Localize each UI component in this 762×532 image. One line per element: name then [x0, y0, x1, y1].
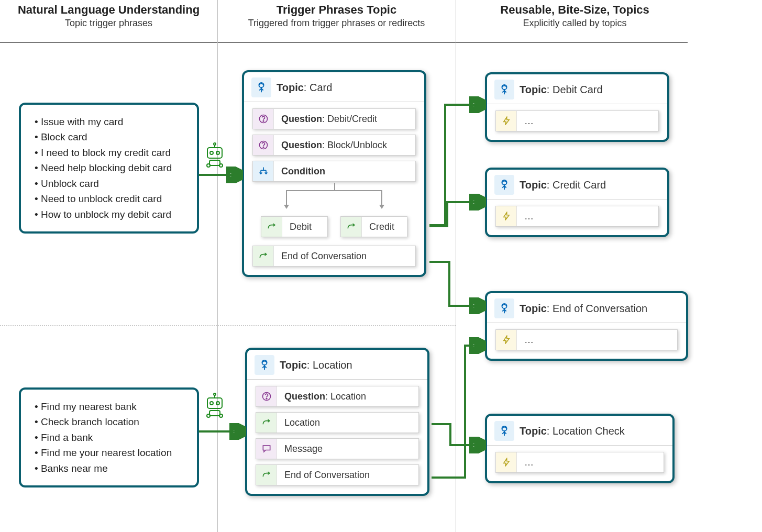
node-flash: …	[495, 206, 659, 227]
topic-title: Topic: Debit Card	[520, 84, 603, 96]
node-flash: …	[495, 452, 664, 473]
node-redirect-eoc: End of Conversation	[256, 464, 419, 485]
svg-marker-53	[503, 459, 509, 467]
redirect-icon	[253, 246, 274, 266]
topic-card-location-check: Topic: Location Check …	[485, 414, 675, 483]
node-redirect-eoc: End of Conversation	[252, 246, 416, 267]
flash-icon	[496, 111, 517, 131]
svg-point-6	[207, 164, 210, 167]
col2-header: Trigger Phrases Topic Triggered from tri…	[217, 3, 456, 29]
phrase-item: Banks near me	[35, 461, 185, 476]
redirect-icon	[256, 465, 277, 485]
col2-title: Trigger Phrases Topic	[217, 3, 456, 17]
phrase-item: Find a bank	[35, 430, 185, 445]
bot-icon	[202, 142, 227, 168]
node-redirect-debit: Debit	[261, 216, 328, 237]
phrase-item: Check branch location	[35, 414, 185, 429]
node-message: Message	[256, 438, 419, 459]
node-question-debit-credit: Question: Debit/Credit	[252, 108, 416, 129]
col1-header: Natural Language Understanding Topic tri…	[0, 3, 217, 29]
node-flash: …	[495, 329, 678, 350]
topic-card-eoc: Topic: End of Conversation …	[485, 291, 688, 361]
flash-icon	[496, 452, 517, 472]
topic-title: Topic: Credit Card	[520, 179, 606, 191]
flash-icon	[496, 330, 517, 350]
node-question-location: Question: Location	[256, 386, 419, 407]
svg-point-7	[219, 164, 223, 167]
row-divider	[0, 325, 456, 326]
question-icon	[253, 135, 274, 155]
topic-trigger-icon	[494, 80, 514, 99]
svg-point-10	[216, 402, 219, 405]
trigger-phrases-card: Issue with my card Block card I need to …	[19, 103, 199, 234]
col3-sub: Explicitly called by topics	[456, 18, 694, 29]
phrase-item: Issue with my card	[35, 114, 185, 129]
col3-title: Reusable, Bite-Size, Topics	[456, 3, 694, 17]
phrase-item: I need to block my credit card	[35, 145, 185, 160]
topic-trigger-icon	[251, 77, 271, 97]
redirect-icon	[341, 217, 362, 237]
svg-point-4	[214, 143, 216, 145]
topic-card-debit: Topic: Debit Card …	[485, 72, 669, 142]
phrase-item: Block card	[35, 129, 185, 145]
svg-rect-13	[209, 411, 220, 416]
svg-marker-43	[503, 213, 509, 220]
node-condition: Condition	[252, 161, 416, 182]
phrase-item: Unblock card	[35, 176, 185, 191]
topic-card-location: Topic: Location Question: Location Locat…	[245, 348, 429, 496]
redirect-icon	[256, 413, 277, 433]
topic-title: Topic: End of Conversation	[520, 303, 647, 315]
topic-trigger-icon	[494, 298, 514, 318]
svg-point-9	[210, 402, 213, 405]
column-divider-2	[456, 0, 456, 532]
col1-sub: Topic trigger phrases	[0, 18, 217, 29]
svg-rect-5	[209, 160, 220, 165]
topic-trigger-icon	[255, 355, 274, 375]
svg-point-23	[263, 147, 264, 148]
svg-point-14	[207, 414, 210, 417]
topic-trigger-icon	[494, 175, 514, 195]
phrase-item: Need help blocking debit card	[35, 160, 185, 175]
col1-title: Natural Language Understanding	[0, 3, 217, 17]
node-redirect-credit: Credit	[340, 216, 407, 237]
phrase-item: Need to unblock credit card	[35, 191, 185, 206]
node-question-block-unblock: Question: Block/Unblock	[252, 135, 416, 156]
header-divider	[0, 42, 688, 43]
phrase-item: How to unblock my debit card	[35, 207, 185, 222]
svg-point-1	[210, 151, 213, 154]
svg-point-33	[266, 398, 267, 399]
bot-icon	[202, 393, 227, 418]
svg-point-12	[214, 393, 216, 395]
phrase-item: Find my nearest bank	[35, 399, 185, 414]
svg-point-21	[263, 120, 264, 121]
redirect-icon	[261, 217, 282, 237]
phrase-item: Find me your nearest location	[35, 445, 185, 460]
col3-header: Reusable, Bite-Size, Topics Explicitly c…	[456, 3, 694, 29]
trigger-phrases-location: Find my nearest bank Check branch locati…	[19, 387, 199, 487]
condition-icon	[253, 161, 274, 181]
svg-marker-38	[503, 117, 509, 125]
column-divider-1	[217, 0, 218, 532]
topic-card-credit: Topic: Credit Card …	[485, 168, 669, 237]
col2-sub: Triggered from trigger phrases or redire…	[217, 18, 456, 29]
topic-title: Topic: Location	[280, 359, 352, 371]
node-redirect-location: Location	[256, 412, 419, 433]
topic-title: Topic: Location Check	[520, 425, 625, 437]
flash-icon	[496, 206, 517, 226]
svg-marker-48	[503, 336, 509, 344]
topic-trigger-icon	[494, 421, 514, 441]
svg-point-15	[219, 414, 223, 417]
question-icon	[253, 109, 274, 129]
topic-title: Topic: Card	[277, 82, 332, 94]
condition-branch-connector	[252, 185, 416, 209]
topic-card-card: Topic: Card Question: Debit/Credit Quest…	[242, 70, 426, 277]
message-icon	[256, 439, 277, 459]
question-icon	[256, 386, 277, 406]
svg-point-2	[216, 151, 219, 154]
node-flash: …	[495, 110, 659, 131]
